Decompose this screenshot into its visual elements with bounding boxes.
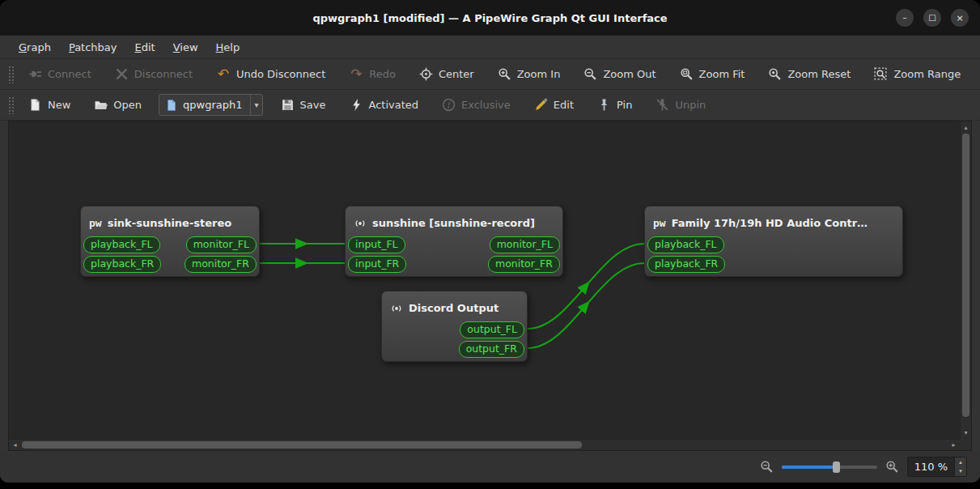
canvas-frame: pw sink-sunshine-stereo playback_FL moni…	[8, 121, 972, 451]
zoom-reset-icon	[768, 67, 782, 81]
port-input[interactable]: playback_FR	[647, 256, 725, 273]
menu-patchbay[interactable]: Patchbay	[60, 38, 126, 57]
toolbar-drag-handle[interactable]	[8, 96, 15, 114]
horizontal-scrollbar-thumb[interactable]	[22, 441, 582, 449]
vertical-scrollbar-thumb[interactable]	[962, 134, 969, 417]
zoom-slider-handle[interactable]	[833, 461, 840, 473]
port-output[interactable]: output_FR	[459, 341, 524, 358]
menubar: Graph Patchbay Edit View Help	[0, 36, 980, 59]
node-title-text: Family 17h/19h HD Audio Contr…	[672, 217, 868, 229]
edit-toggle[interactable]: Edit	[528, 94, 580, 116]
scroll-up-arrow-icon[interactable]: ▴	[961, 122, 971, 133]
menu-help[interactable]: Help	[207, 38, 249, 57]
zoom-value[interactable]: 110 %	[908, 457, 954, 476]
pipewire-icon: pw	[89, 217, 102, 229]
zoom-out-button[interactable]: Zoom Out	[577, 63, 662, 85]
menu-edit[interactable]: Edit	[126, 38, 164, 57]
zoom-reset-label: Zoom Reset	[787, 68, 851, 80]
zoom-fit-button[interactable]: Zoom Fit	[673, 63, 752, 85]
port-row: playback_FL	[645, 236, 902, 253]
port-input[interactable]: input_FR	[348, 256, 406, 273]
port-output[interactable]: monitor_FR	[185, 256, 257, 273]
port-row: playback_FR monitor_FR	[81, 255, 259, 273]
port-output[interactable]: output_FL	[460, 321, 524, 338]
exclusive-icon	[442, 98, 456, 112]
port-input[interactable]: input_FL	[348, 236, 405, 253]
spin-up-icon[interactable]: ▴	[955, 457, 966, 467]
node-title-text: Discord Output	[409, 302, 498, 314]
node-discord-output[interactable]: Discord Output output_FL output_FR	[381, 291, 528, 362]
zoom-in-button[interactable]: Zoom In	[491, 63, 567, 85]
maximize-button[interactable]: □	[923, 9, 941, 27]
save-button[interactable]: Save	[274, 94, 333, 116]
zoom-reset-button[interactable]: Zoom Reset	[762, 63, 857, 85]
scroll-left-arrow-icon[interactable]: ◂	[10, 440, 20, 450]
connection-wires	[9, 121, 960, 439]
zoom-range-label: Zoom Range	[893, 68, 961, 80]
pin-icon	[597, 98, 611, 112]
disconnect-button: Disconnect	[108, 63, 199, 85]
minimize-button[interactable]: –	[896, 9, 914, 27]
patchbay-profile-combobox[interactable]: qpwgraph1 ▾	[159, 94, 263, 116]
activated-bolt-icon	[350, 98, 363, 112]
activated-label: Activated	[369, 99, 419, 111]
disconnect-label: Disconnect	[134, 68, 193, 80]
center-label: Center	[439, 68, 474, 80]
connect-label: Connect	[48, 68, 91, 80]
exclusive-label: Exclusive	[461, 99, 511, 111]
port-output[interactable]: monitor_FR	[488, 256, 560, 273]
new-button[interactable]: New	[22, 94, 77, 116]
center-button[interactable]: Center	[413, 63, 481, 85]
node-sunshine-record[interactable]: sunshine [sunshine-record] input_FL moni…	[345, 206, 563, 277]
horizontal-scrollbar[interactable]: ◂ ▸	[9, 439, 960, 450]
zoom-range-button[interactable]: Zoom Range	[868, 63, 967, 85]
pin-button[interactable]: Pin	[591, 94, 638, 116]
spin-down-icon[interactable]: ▾	[955, 467, 966, 477]
window-title: qpwgraph1 [modified] — A PipeWire Graph …	[312, 12, 667, 24]
zoom-out-mini-icon	[760, 460, 774, 474]
open-button[interactable]: Open	[87, 94, 148, 116]
port-row: playback_FL monitor_FL	[81, 236, 259, 253]
chevron-down-icon[interactable]: ▾	[250, 95, 259, 115]
unpin-label: Unpin	[675, 99, 706, 111]
port-input[interactable]: playback_FR	[83, 256, 161, 273]
maximize-icon: □	[928, 14, 935, 22]
node-sink-sunshine-stereo[interactable]: pw sink-sunshine-stereo playback_FL moni…	[80, 206, 260, 277]
activated-toggle[interactable]: Activated	[343, 94, 426, 116]
redo-icon: ↷	[349, 67, 363, 81]
port-output[interactable]: monitor_FL	[186, 236, 257, 253]
zoom-slider[interactable]	[782, 461, 877, 474]
edit-pencil-icon	[534, 98, 548, 112]
undo-disconnect-button[interactable]: ↶ Undo Disconnect	[210, 63, 332, 85]
node-title: pw Family 17h/19h HD Audio Contr…	[645, 206, 902, 236]
open-folder-icon	[94, 98, 108, 112]
vertical-scrollbar[interactable]: ▴ ▾	[960, 121, 971, 439]
pin-label: Pin	[617, 99, 632, 111]
new-file-icon	[28, 98, 42, 112]
app-window: qpwgraph1 [modified] — A PipeWire Graph …	[0, 0, 980, 483]
zoom-spinbox[interactable]: 110 % ▴ ▾	[907, 457, 967, 477]
port-output[interactable]: monitor_FL	[490, 236, 560, 253]
port-row: output_FR	[382, 340, 527, 358]
port-input[interactable]: playback_FL	[83, 236, 160, 253]
scrollbar-corner	[960, 439, 971, 450]
statusbar: 110 % ▴ ▾	[0, 451, 980, 483]
open-label: Open	[113, 99, 142, 111]
node-family-hd-audio[interactable]: pw Family 17h/19h HD Audio Contr… playba…	[644, 206, 903, 277]
menu-view[interactable]: View	[164, 38, 207, 57]
scroll-right-arrow-icon[interactable]: ▸	[948, 440, 959, 450]
patchbay-profile-value: qpwgraph1	[183, 99, 242, 111]
port-input[interactable]: playback_FL	[647, 236, 724, 253]
zoom-fit-label: Zoom Fit	[699, 68, 745, 80]
scroll-down-arrow-icon[interactable]: ▾	[961, 427, 971, 438]
close-button[interactable]: ×	[951, 9, 969, 27]
new-label: New	[48, 99, 70, 111]
connect-icon	[28, 67, 42, 81]
node-title: sunshine [sunshine-record]	[346, 206, 562, 236]
toolbar-drag-handle[interactable]	[8, 66, 15, 83]
undo-label: Undo Disconnect	[236, 68, 325, 80]
unpin-icon	[655, 98, 669, 112]
menu-graph[interactable]: Graph	[10, 38, 60, 57]
zoom-range-icon	[874, 67, 888, 81]
graph-canvas[interactable]: pw sink-sunshine-stereo playback_FL moni…	[9, 121, 960, 439]
